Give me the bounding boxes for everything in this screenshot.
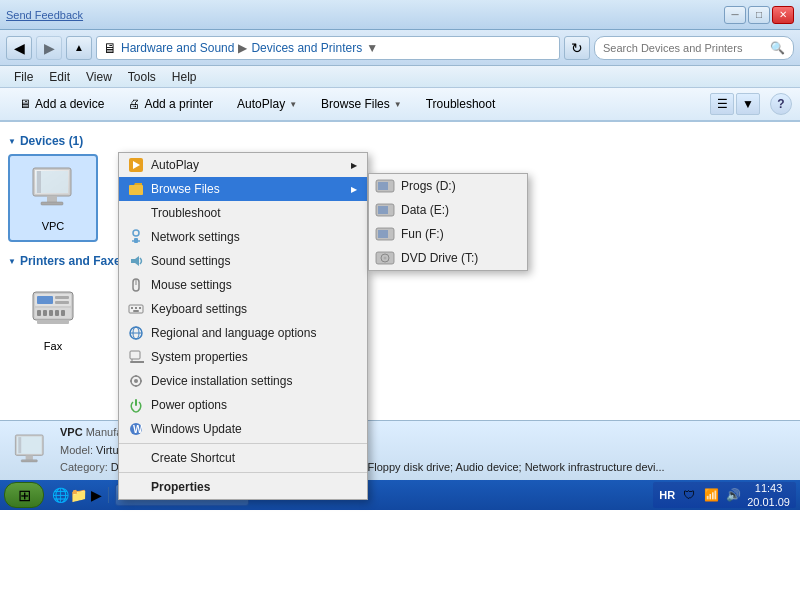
submenu-progs-item[interactable]: Progs (D:) xyxy=(369,174,527,198)
ctx-power-item[interactable]: Power options xyxy=(119,393,367,417)
view-options-button[interactable]: ☰ xyxy=(710,93,734,115)
svg-text:W: W xyxy=(133,424,143,435)
add-device-button[interactable]: 🖥 Add a device xyxy=(8,91,115,117)
svg-rect-15 xyxy=(49,310,53,316)
ctx-update-item[interactable]: W Windows Update xyxy=(119,417,367,441)
svg-point-56 xyxy=(384,257,387,260)
start-button[interactable]: ⊞ xyxy=(4,482,44,508)
drive-icon-progs xyxy=(375,179,395,193)
menu-bar: File Edit View Tools Help xyxy=(0,66,800,88)
add-device-icon: 🖥 xyxy=(19,97,31,111)
vpc-device-item[interactable]: VPC xyxy=(8,154,98,242)
ctx-properties-item[interactable]: Properties xyxy=(119,475,367,499)
submenu-data-item[interactable]: Data (E:) xyxy=(369,198,527,222)
devices-section-header: ▼ Devices (1) xyxy=(8,130,792,150)
update-menu-icon: W xyxy=(127,420,145,438)
keyboard-menu-icon xyxy=(127,300,145,318)
breadcrumb-hardware[interactable]: Hardware and Sound xyxy=(121,41,234,55)
submenu-dvd-item[interactable]: DVD Drive (T:) xyxy=(369,246,527,270)
refresh-button[interactable]: ↻ xyxy=(564,36,590,60)
svg-point-23 xyxy=(133,230,139,236)
minimize-button[interactable]: ─ xyxy=(724,6,746,24)
vpc-device-icon xyxy=(27,164,79,216)
svg-rect-30 xyxy=(131,307,133,309)
svg-rect-60 xyxy=(26,455,33,459)
ctx-regional-item[interactable]: Regional and language options xyxy=(119,321,367,345)
svg-rect-17 xyxy=(61,310,65,316)
fax-device-label: Fax xyxy=(44,340,62,352)
svg-rect-13 xyxy=(37,310,41,316)
printers-collapse-icon[interactable]: ▼ xyxy=(8,257,16,266)
ctx-keyboard-item[interactable]: Keyboard settings xyxy=(119,297,367,321)
close-button[interactable]: ✕ xyxy=(772,6,794,24)
svg-rect-21 xyxy=(129,185,143,195)
svg-rect-49 xyxy=(378,182,388,190)
ctx-mouse-item[interactable]: Mouse settings xyxy=(119,273,367,297)
ctx-system-item[interactable]: System properties xyxy=(119,345,367,369)
mouse-menu-icon xyxy=(127,276,145,294)
autoplay-arrow-icon: ▶ xyxy=(351,161,357,170)
ctx-troubleshoot-item[interactable]: Troubleshoot xyxy=(119,201,367,225)
search-box: 🔍 xyxy=(594,36,794,60)
submenu-fun-item[interactable]: Fun (F:) xyxy=(369,222,527,246)
title-bar: Send Feedback ─ □ ✕ xyxy=(0,0,800,30)
svg-rect-18 xyxy=(37,320,69,324)
svg-marker-22 xyxy=(129,183,142,185)
ctx-network-item[interactable]: Network settings xyxy=(119,225,367,249)
devinstall-menu-icon xyxy=(127,372,145,390)
ctx-autoplay-item[interactable]: AutoPlay ▶ xyxy=(119,153,367,177)
ctx-devinstall-item[interactable]: Device installation settings xyxy=(119,369,367,393)
up-button[interactable]: ▲ xyxy=(66,36,92,60)
drive-icon-fun xyxy=(375,227,395,241)
menu-file[interactable]: File xyxy=(6,68,41,86)
fax-device-item[interactable]: Fax xyxy=(8,274,98,362)
title-bar-left: Send Feedback xyxy=(6,9,91,21)
maximize-button[interactable]: □ xyxy=(748,6,770,24)
svg-rect-9 xyxy=(37,296,53,304)
tray-volume-icon[interactable]: 🔊 xyxy=(725,487,741,503)
browse-files-button[interactable]: Browse Files ▼ xyxy=(310,91,413,117)
svg-rect-11 xyxy=(55,301,69,304)
breadcrumb-separator2: ▼ xyxy=(366,41,378,55)
menu-help[interactable]: Help xyxy=(164,68,205,86)
ctx-shortcut-item[interactable]: Create Shortcut xyxy=(119,446,367,470)
toolbar: 🖥 Add a device 🖨 Add a printer AutoPlay … xyxy=(0,88,800,122)
view-dropdown-button[interactable]: ▼ xyxy=(736,93,760,115)
folder-icon[interactable]: 📁 xyxy=(70,487,86,503)
devices-collapse-icon[interactable]: ▼ xyxy=(8,137,16,146)
media-icon[interactable]: ▶ xyxy=(88,487,104,503)
system-menu-icon xyxy=(127,348,145,366)
breadcrumb-icon: 🖥 xyxy=(103,40,117,56)
forward-button[interactable]: ▶ xyxy=(36,36,62,60)
ctx-sound-item[interactable]: Sound settings xyxy=(119,249,367,273)
svg-rect-61 xyxy=(21,459,37,461)
troubleshoot-menu-icon xyxy=(127,204,145,222)
troubleshoot-button[interactable]: Troubleshoot xyxy=(415,91,507,117)
vpc-device-label: VPC xyxy=(42,220,65,232)
search-input[interactable] xyxy=(603,42,766,54)
ie-icon[interactable]: 🌐 xyxy=(52,487,68,503)
browse-files-arrow-icon: ▼ xyxy=(394,100,402,109)
tray-network-icon: 📶 xyxy=(703,487,719,503)
send-feedback-link[interactable]: Send Feedback xyxy=(6,9,83,21)
ctx-browse-item[interactable]: Browse Files ▶ xyxy=(119,177,367,201)
autoplay-arrow-icon: ▼ xyxy=(289,100,297,109)
status-model-label: Model: xyxy=(60,444,93,456)
menu-tools[interactable]: Tools xyxy=(120,68,164,86)
menu-edit[interactable]: Edit xyxy=(41,68,78,86)
help-button[interactable]: ? xyxy=(770,93,792,115)
breadcrumb-devprinters[interactable]: Devices and Printers xyxy=(251,41,362,55)
browse-files-menu-icon xyxy=(127,180,145,198)
status-device-name: VPC xyxy=(60,426,83,438)
properties-menu-icon xyxy=(127,478,145,496)
svg-rect-33 xyxy=(133,310,139,312)
back-button[interactable]: ◀ xyxy=(6,36,32,60)
autoplay-button[interactable]: AutoPlay ▼ xyxy=(226,91,308,117)
svg-rect-14 xyxy=(43,310,47,316)
menu-view[interactable]: View xyxy=(78,68,120,86)
svg-rect-16 xyxy=(55,310,59,316)
add-printer-button[interactable]: 🖨 Add a printer xyxy=(117,91,224,117)
breadcrumb-separator: ▶ xyxy=(238,41,247,55)
network-menu-icon xyxy=(127,228,145,246)
search-icon[interactable]: 🔍 xyxy=(770,41,785,55)
